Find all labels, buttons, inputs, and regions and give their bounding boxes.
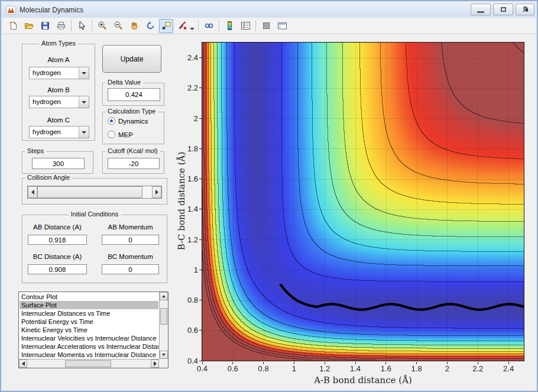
ab-distance-label: AB Distance (A) bbox=[28, 223, 87, 231]
list-item[interactable]: Kinetic Energy vs Time bbox=[20, 326, 158, 334]
minimize-button[interactable] bbox=[471, 4, 491, 15]
dropdown-button[interactable] bbox=[79, 67, 89, 79]
y-tick-mark bbox=[199, 118, 202, 119]
list-item[interactable]: Internuclear Velocities vs Internuclear … bbox=[20, 334, 158, 342]
cutoff-title: Cutoff (Kcal/ mol) bbox=[105, 147, 160, 154]
delta-value-field[interactable]: 0.424 bbox=[108, 88, 160, 101]
slider-thumb[interactable] bbox=[37, 186, 142, 198]
data-cursor-icon bbox=[161, 21, 171, 31]
zoom-in-icon bbox=[98, 21, 108, 31]
chevron-down-icon bbox=[82, 131, 86, 134]
link-icon bbox=[204, 21, 214, 31]
atom-a-label: Atom A bbox=[22, 56, 95, 63]
atom-a-dropdown[interactable]: hydrogen bbox=[29, 67, 89, 79]
y-tick-mark bbox=[199, 270, 202, 270]
y-tick-label: 2 bbox=[178, 114, 198, 123]
y-tick-label: 2.2 bbox=[178, 83, 198, 92]
toolbar-separator bbox=[198, 20, 199, 31]
dropdown-button[interactable] bbox=[79, 127, 89, 138]
steps-field[interactable]: 300 bbox=[32, 158, 85, 169]
atom-b-dropdown[interactable]: hydrogen bbox=[29, 96, 89, 108]
app-window: Molecular Dynamics bbox=[0, 0, 538, 392]
insert-legend-button[interactable] bbox=[238, 19, 252, 33]
window-title: Molecular Dynamics bbox=[20, 6, 83, 14]
mep-radio-row[interactable]: MEP bbox=[108, 131, 133, 138]
zoom-in-button[interactable] bbox=[95, 19, 109, 33]
plot-type-listbox[interactable]: Contour PlotSurface PlotInternuclear Dis… bbox=[18, 291, 168, 368]
update-button[interactable]: Update bbox=[102, 45, 161, 73]
pointer-icon bbox=[77, 21, 87, 31]
initial-conditions-title: Initial Conditions bbox=[69, 210, 121, 218]
restore-button[interactable] bbox=[493, 4, 513, 15]
atom-b-label: Atom B bbox=[22, 86, 95, 93]
bc-momentum-field[interactable]: 0 bbox=[102, 264, 159, 274]
dropdown-button[interactable] bbox=[79, 96, 89, 108]
hide-plot-tools-button[interactable] bbox=[259, 19, 273, 33]
list-item[interactable]: Potential Energy vs Time bbox=[20, 318, 158, 326]
collision-angle-slider[interactable] bbox=[27, 186, 162, 199]
y-tick-mark bbox=[199, 57, 202, 58]
x-tick-label: 2.4 bbox=[497, 364, 520, 373]
list-item[interactable]: Internuclear Distances vs Time bbox=[20, 309, 158, 318]
dock-figure-icon[interactable] bbox=[522, 5, 530, 13]
horizontal-scroll-thumb[interactable] bbox=[65, 360, 111, 367]
toolbar-separator bbox=[255, 20, 256, 31]
insert-colorbar-button[interactable] bbox=[222, 19, 236, 33]
brush-dropdown-caret[interactable] bbox=[190, 28, 195, 30]
calculation-type-panel: Calculation Type Dynamics MEP bbox=[102, 112, 164, 144]
dynamics-radio-row[interactable]: Dynamics bbox=[108, 117, 148, 125]
edit-plot-button[interactable] bbox=[74, 19, 89, 33]
scroll-up-button[interactable] bbox=[160, 292, 168, 300]
atom-c-label: Atom C bbox=[22, 116, 95, 124]
horizontal-scrollbar[interactable] bbox=[19, 359, 159, 368]
hide-plot-tools-icon bbox=[261, 21, 271, 31]
potential-energy-surface-plot[interactable] bbox=[202, 42, 524, 361]
rotate-3d-button[interactable] bbox=[143, 19, 157, 33]
ab-momentum-field[interactable]: 0 bbox=[102, 235, 159, 245]
brush-data-button[interactable] bbox=[175, 19, 189, 33]
data-cursor-button[interactable] bbox=[159, 19, 173, 33]
cutoff-field[interactable]: -20 bbox=[108, 158, 160, 169]
print-figure-button[interactable] bbox=[54, 19, 68, 33]
bc-distance-field[interactable]: 0.908 bbox=[28, 264, 87, 274]
scroll-left-button[interactable] bbox=[19, 359, 27, 368]
link-plot-button[interactable] bbox=[202, 19, 216, 33]
slider-right-arrow[interactable] bbox=[152, 186, 161, 198]
show-plot-tools-button[interactable] bbox=[275, 19, 289, 33]
list-item[interactable]: Contour Plot bbox=[20, 293, 158, 301]
dynamics-radio[interactable] bbox=[108, 117, 115, 125]
atom-types-panel: Atom Types Atom A hydrogen Atom B hydrog… bbox=[22, 44, 95, 141]
title-bar[interactable]: Molecular Dynamics bbox=[2, 2, 536, 18]
pan-button[interactable] bbox=[127, 19, 141, 33]
vertical-scrollbar[interactable] bbox=[159, 292, 168, 359]
atom-c-dropdown[interactable]: hydrogen bbox=[29, 126, 89, 138]
atom-c-value: hydrogen bbox=[33, 127, 61, 138]
list-item[interactable]: Internuclear Momenta vs Internuclear Dis… bbox=[20, 351, 158, 358]
save-icon bbox=[40, 21, 50, 31]
new-file-button[interactable] bbox=[6, 19, 20, 33]
open-file-button[interactable] bbox=[22, 19, 36, 33]
scroll-down-button[interactable] bbox=[160, 351, 168, 359]
x-tick-label: 1 bbox=[282, 364, 306, 373]
x-tick-label: 1.4 bbox=[343, 364, 367, 373]
figure-toolbar bbox=[2, 18, 536, 34]
x-tick-label: 1.2 bbox=[313, 364, 336, 373]
scroll-right-button[interactable] bbox=[151, 359, 159, 368]
ab-distance-field[interactable]: 0.918 bbox=[28, 235, 87, 245]
zoom-out-button[interactable] bbox=[111, 19, 125, 33]
arrow-right-icon bbox=[154, 361, 157, 366]
save-figure-button[interactable] bbox=[38, 19, 52, 33]
x-axis-label: A-B bond distance (Å) bbox=[274, 375, 452, 385]
ab-momentum-label: AB Momentum bbox=[102, 223, 159, 231]
slider-left-arrow[interactable] bbox=[28, 186, 37, 198]
colorbar-icon bbox=[225, 21, 235, 31]
vertical-scroll-thumb[interactable] bbox=[160, 308, 167, 325]
bc-distance-label: BC Distance (A) bbox=[28, 253, 87, 260]
calculation-type-title: Calculation Type bbox=[105, 108, 158, 115]
brush-icon bbox=[177, 21, 187, 31]
mep-radio[interactable] bbox=[108, 131, 115, 138]
list-item[interactable]: Internuclear Accelerations vs Internucle… bbox=[20, 342, 158, 351]
cutoff-panel: Cutoff (Kcal/ mol) -20 bbox=[102, 151, 164, 174]
list-item[interactable]: Surface Plot bbox=[20, 301, 158, 309]
y-tick-mark bbox=[199, 361, 202, 361]
